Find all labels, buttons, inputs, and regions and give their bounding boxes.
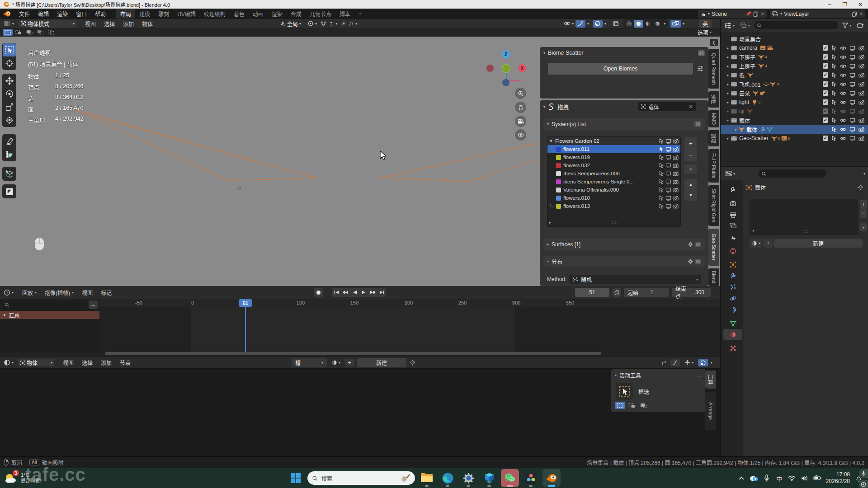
- file-explorer-icon[interactable]: [418, 469, 436, 487]
- snap-curve-icon[interactable]: [670, 359, 680, 366]
- add-cube-tool[interactable]: [3, 167, 16, 180]
- prev-keyframe-button[interactable]: [341, 288, 350, 297]
- properties-tab-viewlayer[interactable]: [723, 221, 742, 231]
- gizmos-toggle[interactable]: [576, 20, 585, 28]
- select-icon[interactable]: [659, 203, 664, 209]
- shader-menu-节点[interactable]: 节点: [116, 359, 135, 366]
- minimize-button[interactable]: –: [822, 0, 837, 9]
- add-system-button[interactable]: +: [684, 137, 697, 149]
- material-browse-dropdown[interactable]: ▾: [330, 359, 342, 366]
- properties-tab-modifiers[interactable]: [723, 270, 742, 281]
- rotate-tool[interactable]: [3, 87, 16, 100]
- gear-icon[interactable]: [688, 258, 693, 264]
- surfaces-header[interactable]: ▸ Surfaces [1]: [543, 239, 705, 250]
- info-badge-icon[interactable]: [698, 50, 705, 56]
- color-swatch[interactable]: [556, 196, 561, 201]
- workspace-tab-脚本[interactable]: 脚本: [335, 9, 354, 19]
- remove-system-button[interactable]: −: [684, 149, 697, 161]
- sidebar-tab-Quad Remesh[interactable]: Quad Remesh: [708, 49, 719, 89]
- sidebar-tab-Skirt Rigid Gen[interactable]: Skirt Rigid Gen: [708, 185, 719, 226]
- color-swatch[interactable]: [556, 155, 561, 160]
- outliner-item-云朵[interactable]: ▸云朵✓: [721, 89, 868, 98]
- menu-渲染[interactable]: 渲染: [53, 10, 72, 18]
- current-frame-field[interactable]: 51: [575, 288, 609, 297]
- select-mode-extend-icon[interactable]: [14, 29, 24, 36]
- filter-toggle-icon[interactable]: ↔: [89, 300, 98, 309]
- exclude-checkbox[interactable]: ✓: [823, 99, 828, 105]
- outliner-item-camera[interactable]: ▸camera✓: [721, 43, 868, 52]
- shader-menu-视图[interactable]: 视图: [59, 359, 78, 366]
- properties-tab-constraints[interactable]: [723, 304, 742, 315]
- tray-expand-icon[interactable]: [736, 469, 747, 487]
- box-select-tool-icon[interactable]: [616, 383, 633, 400]
- jump-to-start-button[interactable]: [332, 288, 341, 297]
- panel-grip[interactable]: ::::: [698, 104, 705, 109]
- shader-tab-工具[interactable]: 工具: [705, 371, 716, 389]
- info-badge-icon[interactable]: [694, 121, 701, 127]
- shader-tab-Arrange[interactable]: Arrange: [705, 392, 716, 430]
- properties-search[interactable]: [759, 169, 826, 178]
- workspace-tab-布局[interactable]: 布局: [116, 9, 135, 19]
- properties-editor-type-button[interactable]: ▾: [723, 170, 737, 178]
- open-biomes-button[interactable]: Open Biomes: [548, 63, 693, 75]
- select-mode-subtract-icon[interactable]: [24, 29, 34, 36]
- exclude-checkbox[interactable]: ✓: [823, 81, 828, 87]
- ime-tray-indicator[interactable]: 中: [774, 469, 785, 487]
- camera-view-button[interactable]: [515, 116, 526, 127]
- outliner-item-上房子[interactable]: ▸上房子4✓: [721, 61, 868, 70]
- workspace-tab-纹理绘制[interactable]: 纹理绘制: [200, 9, 230, 19]
- info-badge-icon[interactable]: [695, 242, 701, 247]
- scene-selector[interactable]: ▾ Scene 📌 ✕: [698, 10, 767, 18]
- new-material-button[interactable]: 新建: [774, 239, 863, 248]
- volume-icon[interactable]: [799, 469, 811, 487]
- edge-icon[interactable]: [439, 469, 457, 487]
- display-icon[interactable]: [665, 204, 671, 209]
- gizmo-z-axis[interactable]: Z: [502, 50, 510, 58]
- timeline-menu-视图[interactable]: 视图: [78, 289, 97, 296]
- next-keyframe-button[interactable]: [368, 288, 377, 297]
- xray-toggle[interactable]: [670, 20, 681, 28]
- timeline-editor-type-button[interactable]: ▾: [2, 289, 15, 296]
- tool-options-dropdown[interactable]: 选项▾: [696, 29, 713, 36]
- exclude-checkbox[interactable]: ✓: [823, 117, 828, 123]
- list-specials-button[interactable]: ▾: [684, 164, 697, 174]
- ime-indicator[interactable]: 英: [699, 19, 712, 28]
- frame-end-field[interactable]: 结束点300: [672, 288, 711, 297]
- system-item-flowers.013[interactable]: flowers.013: [547, 202, 680, 210]
- sidebar-tab-创建[interactable]: 创建: [708, 130, 719, 146]
- transform-tool[interactable]: [3, 113, 16, 127]
- color-swatch[interactable]: [556, 163, 561, 168]
- transform-orientation-dropdown[interactable]: 全局▾: [278, 20, 303, 28]
- select-icon[interactable]: [659, 155, 664, 160]
- battery-icon[interactable]: [811, 469, 823, 487]
- outliner-item-light[interactable]: ▸light3✓: [721, 98, 868, 107]
- play-reverse-button[interactable]: [350, 288, 359, 297]
- onedrive-icon[interactable]: [748, 469, 760, 487]
- box-select-tool[interactable]: [3, 43, 16, 56]
- render-preview-icon[interactable]: [611, 20, 621, 28]
- exclude-checkbox[interactable]: ✓: [823, 136, 828, 141]
- select-mode-new-icon[interactable]: [3, 29, 13, 36]
- unlink-icon[interactable]: ✕: [760, 11, 765, 17]
- new-collection-button[interactable]: [855, 22, 866, 29]
- clock-widget[interactable]: 17:08 2026/2/28: [826, 471, 850, 485]
- system-item-flowers.019[interactable]: flowers.019: [547, 153, 680, 161]
- menu-文件[interactable]: 文件: [15, 10, 34, 18]
- add-workspace-button[interactable]: +: [354, 10, 366, 18]
- pan-button[interactable]: [515, 102, 526, 113]
- pin-icon[interactable]: [409, 360, 415, 366]
- microphone-icon[interactable]: [761, 469, 773, 487]
- clear-target-icon[interactable]: ✕: [689, 103, 693, 110]
- channel-search[interactable]: [2, 300, 87, 309]
- viewport-menu-选择[interactable]: 选择: [100, 20, 119, 28]
- sidebar-tab-FLIP Fluids[interactable]: FLIP Fluids: [708, 149, 719, 183]
- material-slots-list[interactable]: ▸ ::::: [750, 199, 858, 235]
- properties-tab-scene[interactable]: [723, 232, 742, 243]
- systems-group-row[interactable]: ▼Flowers Garden 02: [547, 137, 680, 145]
- blender-taskbar-icon[interactable]: [542, 469, 561, 487]
- add-slot-button[interactable]: +: [860, 200, 867, 209]
- select-mode-new-icon[interactable]: [615, 402, 625, 409]
- properties-tab-physics[interactable]: [723, 293, 742, 304]
- viewport-menu-添加[interactable]: 添加: [119, 20, 138, 28]
- cursor-tool[interactable]: [3, 56, 16, 70]
